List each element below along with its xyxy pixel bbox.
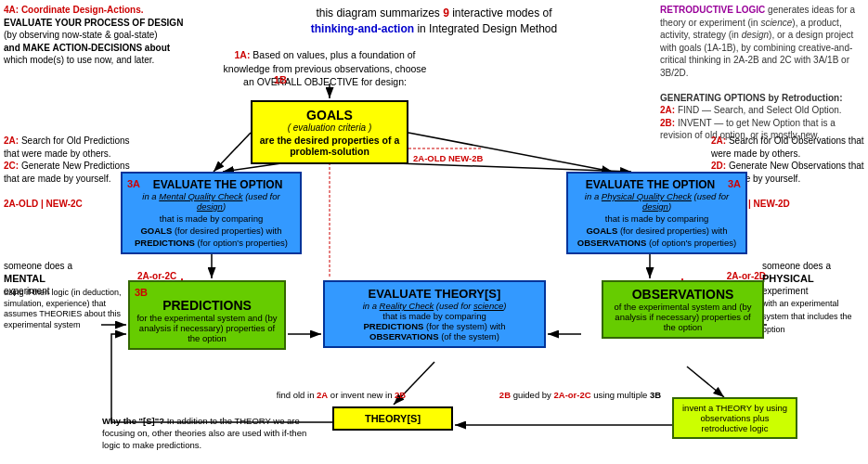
header-thinking: thinking-and-action — [311, 22, 414, 35]
retro-title: RETRODUCTIVE LOGIC — [660, 5, 765, 15]
eval-right-text2: (for desired properties) with — [620, 226, 728, 236]
eval-right-3a: 3A — [728, 178, 741, 189]
mental-bold: MENTAL — [4, 273, 45, 284]
4a-label: 4A: Coordinate Design-Actions. — [4, 5, 144, 15]
guided-post: using multiple — [593, 390, 650, 400]
eval-right-title: EVALUATE THE OPTION — [586, 178, 716, 191]
predictions-title: PREDICTIONS — [135, 298, 279, 313]
mental-someone: someone does a — [4, 261, 72, 271]
predictions-box: 3B PREDICTIONS for the experimental syst… — [128, 280, 286, 350]
retro-design: design — [742, 30, 769, 40]
1a-label: 1A: — [235, 49, 251, 60]
eval-theory-text3: (of the system) — [441, 331, 499, 342]
4a-line1: EVALUATE YOUR PROCESS OF DESIGN — [4, 18, 183, 28]
physical-using: with an experimental system that include… — [762, 299, 852, 333]
left-old-new-label: 2A-OLD | NEW-2C — [4, 199, 83, 209]
goals-title: GOALS — [256, 108, 403, 122]
physical-rest: experiment — [762, 286, 808, 296]
predictions-3b: 3B — [135, 287, 148, 298]
eval-left-text1: that is made by comparing — [127, 213, 295, 224]
left-2a-label: 2A: — [4, 135, 19, 146]
find-2b: 2B — [395, 390, 406, 400]
invent-theory-box: invent a THEORY by using observations pl… — [672, 397, 797, 439]
eval-left-goals: GOALS — [140, 226, 172, 236]
eval-theory-observations: OBSERVATIONS — [369, 331, 438, 342]
old-new-2b-label: 2A-OLD NEW-2B — [413, 153, 483, 163]
theory-box: THEORY[S] — [332, 406, 453, 431]
eval-theory-box: EVALUATE THEORY[S] in a Reality Check (u… — [323, 280, 546, 348]
retro-science: science — [760, 18, 792, 28]
bottom-2b-guided-text: 2B guided by 2A-or-2C using multiple 3B — [483, 390, 678, 400]
why-s-bold: Why the "[S]"? — [102, 416, 164, 426]
eval-left-box: 3A EVALUATE THE OPTION in a Mental Quali… — [121, 172, 302, 254]
left-2c-label: 2C: — [4, 161, 19, 171]
svg-line-4 — [371, 162, 631, 172]
right-2d-label: 2D: — [711, 161, 726, 171]
eval-left-predictions: PREDICTIONS — [135, 238, 195, 248]
1a-text: 1A: Based on values, plus a foundation o… — [223, 48, 427, 89]
eval-left-title: EVALUATE THE OPTION — [153, 178, 283, 191]
svg-line-11 — [687, 367, 724, 397]
find-mid: or invent new in — [328, 390, 395, 400]
retro-2b-label: 2B: — [660, 118, 678, 128]
find-2a: 2A — [317, 390, 328, 400]
eval-theory-predictions: PREDICTIONS — [363, 321, 423, 331]
observations-text: of the experimental system and (by analy… — [608, 302, 758, 332]
header-title: this diagram summarizes 9 interactive mo… — [267, 6, 602, 37]
retro-2a-text: FIND — Search, and Select Old Option. — [678, 105, 842, 115]
why-s-text: Why the "[S]"? In addition to the THEORY… — [102, 416, 325, 451]
eval-theory-text1: that is made by comparing — [330, 311, 539, 321]
eval-left-3a: 3A — [127, 178, 140, 189]
goals-sub: ( evaluation criteria ) — [256, 122, 403, 133]
eval-right-observations: OBSERVATIONS — [577, 238, 646, 248]
retro-2a-label: 2A: — [660, 105, 678, 115]
retro-logic-box: RETRODUCTIVE LOGIC generates ideas for a… — [660, 4, 864, 142]
guided-2b: 2B — [499, 390, 511, 400]
retro-generating: GENERATING OPTIONS by Retroduction: — [660, 93, 842, 103]
svg-line-19 — [408, 133, 613, 172]
guided-mid: guided by — [513, 390, 554, 400]
header-post: interactive modes of — [449, 6, 552, 19]
left-2a-text: Search for Old Predictions that were mad… — [4, 135, 130, 159]
header-in: in Integrated Design Method — [414, 22, 557, 35]
observations-box: OBSERVATIONS of the experimental system … — [602, 280, 764, 339]
right-2a-label: 2A: — [711, 135, 726, 146]
eval-theory-text2: (for the system) with — [426, 321, 506, 331]
eval-right-text1: that is made by comparing — [573, 213, 741, 224]
eval-left-text2: (for desired properties) with — [175, 226, 282, 236]
guided-2a-or-2c: 2A-or-2C — [553, 390, 590, 400]
4a-line4: which mode(s) to use now, and later. — [4, 55, 154, 65]
physical-bold: PHYSICAL — [762, 273, 814, 284]
diagram-container: this diagram summarizes 9 interactive mo… — [0, 0, 868, 464]
bottom-find-old-text: find old in 2A or invent new in 2B — [274, 390, 408, 400]
goals-box: GOALS ( evaluation criteria ) are the de… — [251, 100, 408, 164]
eval-right-box: EVALUATE THE OPTION 3A in a Physical Qua… — [566, 172, 747, 254]
4a-line3: and MAKE ACTION-DECISIONS about — [4, 43, 170, 53]
find-pre: find old in — [277, 390, 317, 400]
eval-left-text3: (for option's properties) — [198, 238, 288, 248]
left-2c-text: Generate New Predictions that are made b… — [4, 161, 130, 184]
physical-someone: someone does a — [762, 261, 831, 271]
1a-content: Based on values, plus a foundation of kn… — [224, 49, 427, 87]
header-pre: this diagram summarizes — [316, 6, 443, 19]
top-left-4a-box: 4A: Coordinate Design-Actions. EVALUATE … — [4, 4, 185, 67]
goals-desc: are the desired properties of a problem-… — [256, 135, 403, 157]
eval-right-goals: GOALS — [586, 226, 617, 236]
label-1b: 1B — [274, 74, 287, 85]
eval-right-text3: (of option's properties) — [649, 238, 736, 248]
physical-experiment-text: someone does a PHYSICAL experiment with … — [762, 260, 864, 335]
predictions-text: for the experimental system and (by anal… — [135, 313, 279, 343]
if-then-logic-text: using if-then logic (in deduction, simul… — [4, 288, 123, 331]
right-2a-text: Search for Old Observations that were ma… — [711, 135, 864, 159]
eval-theory-title: EVALUATE THEORY[S] — [330, 287, 539, 301]
4a-line2: (by observing now-state & goal-state) — [4, 30, 158, 40]
guided-3b: 3B — [650, 390, 661, 400]
observations-title: OBSERVATIONS — [608, 287, 758, 302]
svg-line-18 — [214, 133, 251, 172]
